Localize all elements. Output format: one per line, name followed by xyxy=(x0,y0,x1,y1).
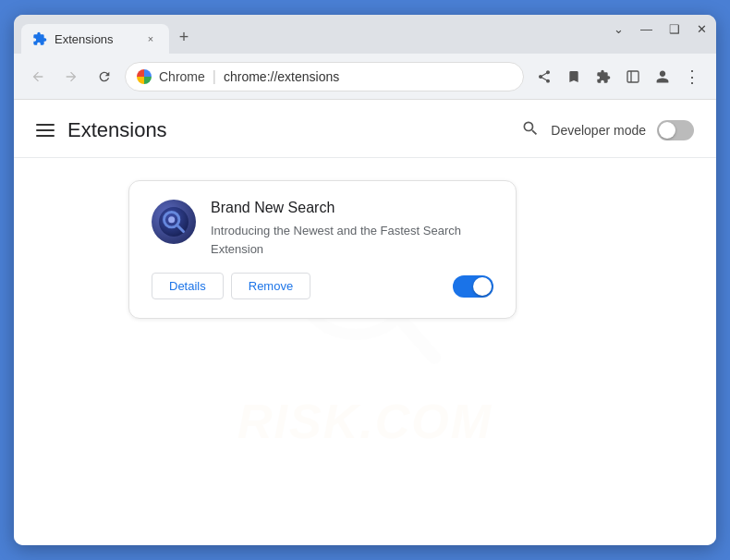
card-top: Brand New Search Introducing the Newest … xyxy=(152,200,493,258)
tab-favicon xyxy=(32,31,47,46)
reload-button[interactable] xyxy=(91,64,117,90)
minimize-button[interactable]: — xyxy=(640,22,652,36)
extensions-body: Brand New Search Introducing the Newest … xyxy=(14,158,716,545)
active-tab[interactable]: Extensions × xyxy=(21,24,169,54)
extension-info: Brand New Search Introducing the Newest … xyxy=(211,200,493,258)
sidebar-icon[interactable] xyxy=(620,64,646,90)
svg-point-7 xyxy=(168,216,175,223)
extension-card: Brand New Search Introducing the Newest … xyxy=(128,180,517,319)
svg-rect-0 xyxy=(627,71,639,82)
page-content: Extensions Developer mode xyxy=(14,100,716,545)
address-bar: Chrome | chrome://extensions ⋮ xyxy=(14,54,716,100)
window-controls: ⌄ — ❑ ✕ xyxy=(614,22,707,36)
url-separator: | xyxy=(213,68,216,85)
header-right: Developer mode xyxy=(521,119,694,142)
action-buttons: Details Remove xyxy=(152,273,310,299)
chrome-logo-icon xyxy=(137,69,152,84)
extension-description: Introducing the Newest and the Fastest S… xyxy=(211,222,493,258)
chevron-down-icon[interactable]: ⌄ xyxy=(614,22,624,36)
hamburger-menu-button[interactable] xyxy=(36,124,55,137)
page-title: Extensions xyxy=(67,118,167,142)
developer-mode-label: Developer mode xyxy=(551,123,646,138)
extension-toggle[interactable] xyxy=(453,275,493,298)
title-bar: Extensions × + ⌄ — ❑ ✕ xyxy=(14,15,716,54)
back-button[interactable] xyxy=(25,64,51,90)
browser-window: Extensions × + ⌄ — ❑ ✕ Chrome | chrome:/… xyxy=(14,15,716,545)
url-bar[interactable]: Chrome | chrome://extensions xyxy=(125,62,524,91)
tab-strip: Extensions × + xyxy=(21,15,197,54)
header-left: Extensions xyxy=(36,118,167,142)
svg-line-6 xyxy=(177,225,184,232)
tab-close-btn[interactable]: × xyxy=(143,31,158,46)
extensions-puzzle-icon[interactable] xyxy=(590,64,616,90)
tab-title: Extensions xyxy=(55,32,114,46)
menu-icon[interactable]: ⋮ xyxy=(679,64,705,90)
forward-button[interactable] xyxy=(58,64,84,90)
close-button[interactable]: ✕ xyxy=(697,22,707,36)
extension-name: Brand New Search xyxy=(211,200,493,216)
search-button[interactable] xyxy=(521,119,540,142)
share-icon[interactable] xyxy=(531,64,557,90)
new-tab-button[interactable]: + xyxy=(171,24,197,50)
extensions-header: Extensions Developer mode xyxy=(14,100,716,158)
remove-button[interactable]: Remove xyxy=(231,273,310,299)
url-text: chrome://extensions xyxy=(224,69,339,84)
developer-mode-toggle[interactable] xyxy=(657,120,694,140)
bookmark-icon[interactable] xyxy=(561,64,587,90)
toolbar-icons: ⋮ xyxy=(531,64,705,90)
chrome-brand-text: Chrome xyxy=(159,69,205,84)
card-actions: Details Remove xyxy=(152,273,493,299)
extension-icon xyxy=(152,200,196,244)
profile-icon[interactable] xyxy=(650,64,675,90)
maximize-button[interactable]: ❑ xyxy=(669,22,680,36)
details-button[interactable]: Details xyxy=(152,273,224,299)
